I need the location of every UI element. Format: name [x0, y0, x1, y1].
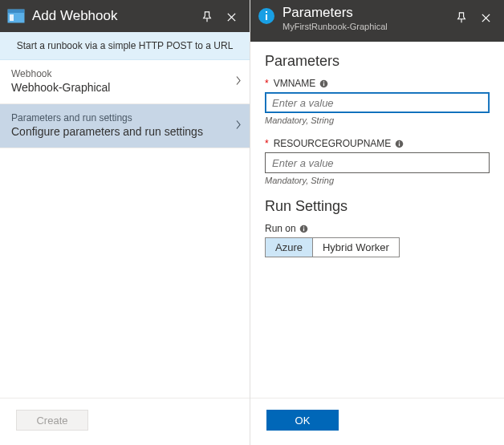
create-button[interactable]: Create — [16, 410, 88, 431]
runon-option-azure[interactable]: Azure — [266, 238, 312, 257]
vmname-input[interactable] — [265, 92, 490, 113]
vmname-label: VMNAME — [274, 78, 316, 89]
svg-rect-7 — [323, 83, 324, 86]
runon-option-hybrid[interactable]: Hybrid Worker — [312, 238, 399, 257]
svg-rect-13 — [303, 228, 304, 231]
pane-title: Parameters — [282, 5, 449, 21]
runbook-icon — [6, 6, 26, 26]
info-icon[interactable] — [319, 79, 328, 88]
pane-subtitle: MyFirstRunbook-Graphical — [282, 21, 449, 32]
parameters-row[interactable]: Parameters and run settings Configure pa… — [0, 104, 250, 148]
parameters-header: Parameters MyFirstRunbook-Graphical — [250, 0, 504, 42]
svg-rect-1 — [8, 10, 24, 13]
parameters-row-label: Parameters and run settings — [11, 112, 238, 123]
svg-rect-2 — [10, 14, 14, 21]
webhook-row-value: Webhook-Graphical — [11, 81, 238, 94]
resourcegroup-label: RESOURCEGROUPNAME — [274, 138, 392, 149]
webhook-row-label: Webhook — [11, 68, 238, 79]
svg-rect-14 — [303, 226, 304, 227]
pin-button[interactable] — [195, 6, 219, 28]
runon-toggle: Azure Hybrid Worker — [265, 237, 400, 257]
info-circle-icon — [257, 6, 276, 26]
pin-button[interactable] — [449, 6, 474, 29]
info-icon[interactable] — [299, 224, 309, 233]
right-footer: OK — [250, 398, 504, 445]
parameters-row-value: Configure parameters and run settings — [11, 125, 238, 138]
pane-title: Add Webhook — [32, 8, 195, 24]
resourcegroup-hint: Mandatory, String — [265, 176, 490, 185]
info-banner: Start a runbook via a simple HTTP POST t… — [0, 32, 250, 60]
runon-label: Run on — [265, 223, 296, 234]
left-footer: Create — [0, 398, 250, 445]
svg-rect-5 — [266, 11, 267, 13]
add-webhook-pane: Add Webhook Start a runbook via a simple… — [0, 0, 250, 445]
svg-rect-4 — [266, 14, 267, 20]
webhook-row[interactable]: Webhook Webhook-Graphical — [0, 60, 250, 104]
parameters-pane: Parameters MyFirstRunbook-Graphical Para… — [250, 0, 504, 445]
vmname-hint: Mandatory, String — [265, 115, 490, 125]
resourcegroup-field: * RESOURCEGROUPNAME Mandatory, String — [265, 138, 490, 185]
info-icon[interactable] — [394, 139, 404, 148]
add-webhook-header: Add Webhook — [0, 0, 250, 32]
svg-rect-11 — [399, 141, 400, 142]
parameters-content: Parameters * VMNAME Mandatory, String * … — [250, 42, 504, 445]
vmname-field: * VMNAME Mandatory, String — [265, 78, 490, 125]
required-indicator: * — [265, 78, 269, 89]
close-button[interactable] — [219, 6, 243, 28]
chevron-right-icon — [235, 75, 242, 89]
svg-rect-10 — [399, 143, 400, 146]
required-indicator: * — [265, 138, 269, 149]
svg-rect-8 — [323, 81, 324, 82]
resourcegroup-input[interactable] — [265, 152, 490, 173]
chevron-right-icon — [235, 119, 242, 133]
close-button[interactable] — [474, 6, 498, 29]
run-settings-section-title: Run Settings — [265, 198, 490, 215]
parameters-section-title: Parameters — [265, 53, 490, 70]
ok-button[interactable]: OK — [266, 410, 339, 431]
